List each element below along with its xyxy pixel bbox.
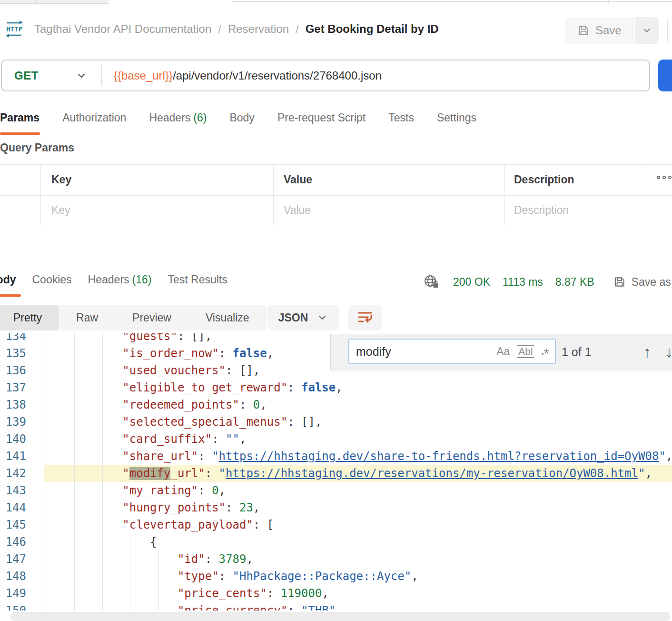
param-value-input[interactable]: Value	[284, 195, 311, 225]
line-number: 134	[0, 333, 26, 345]
save-response-button[interactable]: Save as	[613, 276, 671, 289]
network-globe-lock-icon[interactable]	[424, 274, 441, 290]
code-line: 140 "card_suffix": "",	[0, 431, 672, 448]
save-button-label: Save	[595, 24, 622, 37]
response-tab-cookies[interactable]: Cookies	[32, 267, 72, 286]
regex-icon[interactable]: ▪*	[542, 343, 549, 360]
response-size[interactable]: 8.87 KB	[555, 276, 594, 289]
response-toolbar: Pretty Raw Preview Visualize JSON	[0, 305, 672, 331]
json-link[interactable]: https://hhstaging.dev/reservations/my-re…	[226, 467, 638, 480]
tab-strip-left	[0, 0, 109, 4]
tab-body[interactable]: Body	[229, 109, 254, 124]
format-selector[interactable]: JSON	[267, 305, 339, 331]
line-number: 144	[0, 499, 26, 516]
whole-word-icon[interactable]: Abl	[517, 345, 534, 358]
tab-strip-separator-right	[608, 0, 609, 4]
breadcrumb-separator: /	[218, 22, 221, 36]
code-line-content: "type": "HhPackage::Package::Ayce",	[26, 568, 672, 585]
view-mode-preview[interactable]: Preview	[115, 305, 188, 331]
code-line: 145 "clevertap_payload": [	[0, 516, 672, 533]
search-query-text: modify	[349, 345, 496, 359]
tab-settings[interactable]: Settings	[437, 109, 476, 124]
view-mode-raw[interactable]: Raw	[59, 305, 115, 331]
http-method-icon: HTTP	[4, 19, 25, 39]
save-button[interactable]: Save	[565, 17, 634, 44]
send-button[interactable]	[658, 60, 672, 91]
response-body-code[interactable]: 134 "guests": [],135 "is_order_now": fal…	[0, 333, 672, 611]
line-number: 145	[0, 516, 26, 533]
table-border	[273, 164, 274, 225]
tab-pre-request-script[interactable]: Pre-request Script	[277, 109, 366, 124]
param-key-input[interactable]: Key	[51, 195, 70, 225]
code-line-content: "id": 3789,	[26, 551, 672, 568]
match-case-icon[interactable]: Aa	[496, 345, 510, 358]
json-link[interactable]: https://hhstaging.dev/share-to-friends.h…	[219, 450, 659, 463]
response-meta: 200 OK 1113 ms 8.87 KB Save as	[424, 267, 671, 297]
line-number: 141	[0, 448, 26, 465]
tab-headers[interactable]: Headers(6)	[149, 109, 207, 124]
previous-match-arrow-icon[interactable]: ↑	[643, 334, 651, 370]
code-line-content: "eligible_to_get_reward": false,	[26, 379, 672, 396]
line-number: 143	[0, 482, 26, 499]
save-options-button[interactable]	[635, 17, 659, 44]
response-status-badge[interactable]: 200 OK	[453, 276, 490, 289]
view-mode-visualize[interactable]: Visualize	[188, 305, 267, 331]
breadcrumb-current-request: Get Booking Detail by ID	[306, 22, 439, 36]
table-border	[40, 164, 41, 225]
app-window: HTTP Tagthai Vendor API Documentation / …	[0, 0, 672, 621]
breadcrumb: HTTP Tagthai Vendor API Documentation / …	[4, 19, 439, 39]
next-match-arrow-icon[interactable]: ↓	[665, 334, 672, 370]
response-time[interactable]: 1113 ms	[503, 276, 543, 289]
tab-strip-right	[232, 1, 672, 2]
line-number: 146	[0, 533, 26, 551]
code-line: 142 "modify_url": "https://hhstaging.dev…	[0, 465, 672, 482]
response-tab-body[interactable]: Body	[0, 267, 16, 286]
code-line: 146 {	[0, 533, 672, 551]
indent-guide	[158, 551, 159, 611]
line-number: 136	[0, 362, 26, 379]
tab-strip-separator	[35, 0, 36, 4]
line-number: 149	[0, 585, 26, 602]
view-mode-pretty[interactable]: Pretty	[0, 305, 59, 331]
breadcrumb-collection[interactable]: Tagthai Vendor API Documentation	[34, 22, 211, 36]
code-line: 139 "selected_special_menus": [],	[0, 413, 672, 431]
line-number: 147	[0, 551, 26, 568]
tab-params[interactable]: Params	[0, 109, 40, 124]
wrap-lines-button[interactable]	[348, 305, 382, 331]
tab-authorization[interactable]: Authorization	[62, 109, 126, 124]
column-header-description: Description	[514, 164, 574, 195]
search-match-count: 1 of 1	[562, 334, 592, 370]
active-tab-indicator	[0, 132, 40, 135]
line-number: 139	[0, 413, 26, 431]
line-number: 138	[0, 396, 26, 413]
search-match-highlight: modify	[129, 467, 171, 480]
url-row: GET {{base_url}}/api/vendor/v1/reservati…	[0, 58, 672, 93]
save-button-group: Save	[565, 17, 659, 44]
horizontal-scrollbar-thumb[interactable]	[10, 612, 670, 621]
format-label: JSON	[278, 311, 308, 324]
response-tabs: Body Cookies Headers(16) Test Results	[0, 267, 227, 297]
breadcrumb-folder[interactable]: Reservation	[228, 22, 289, 36]
method-selector[interactable]: GET	[14, 69, 39, 82]
response-tab-headers[interactable]: Headers(16)	[88, 267, 152, 286]
code-line-content: "modify_url": "https://hhstaging.dev/res…	[26, 465, 672, 482]
search-panel: modify Aa Abl ▪* 1 of 1 ↑ ↓	[330, 334, 672, 370]
response-tab-test-results[interactable]: Test Results	[168, 267, 227, 286]
search-input[interactable]: modify Aa Abl ▪*	[348, 339, 556, 364]
search-options: Aa Abl ▪*	[496, 343, 549, 360]
code-line-content: "redeemed_points": 0,	[26, 396, 672, 413]
method-chevron-icon[interactable]	[76, 70, 87, 81]
indent-guide	[74, 333, 75, 611]
horizontal-scrollbar	[0, 611, 672, 621]
tab-tests[interactable]: Tests	[388, 109, 414, 124]
code-line: 143 "my_rating": 0,	[0, 482, 672, 499]
header-divider	[667, 19, 668, 43]
code-line: 149 "price_cents": 119000,	[0, 585, 672, 602]
code-line: 150 "price_currency": "THB"	[0, 602, 672, 611]
column-header-value: Value	[284, 164, 312, 195]
more-options-icon[interactable]	[657, 176, 672, 179]
url-input[interactable]: {{base_url}}/api/vendor/v1/reservations/…	[114, 69, 382, 82]
request-tabs: Params Authorization Headers(6) Body Pre…	[0, 109, 476, 135]
param-description-input[interactable]: Description	[514, 195, 569, 225]
code-line: 137 "eligible_to_get_reward": false,	[0, 379, 672, 396]
